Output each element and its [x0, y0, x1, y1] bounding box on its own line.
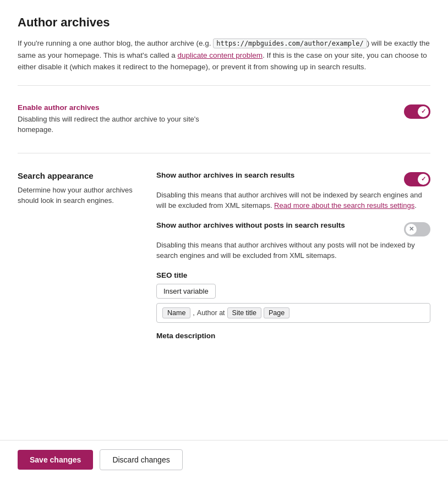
seo-tag-page: Page: [264, 307, 289, 318]
enable-archives-toggle[interactable]: ✓: [404, 104, 430, 119]
search-appearance-left: Search appearance Determine how your aut…: [18, 171, 139, 349]
seo-title-label: SEO title: [156, 271, 430, 279]
toggle-knob-search: ✓: [418, 174, 429, 185]
url-example: https://mpbguides.com/author/example/: [213, 38, 367, 48]
discard-changes-button[interactable]: Discard changes: [100, 449, 182, 470]
intro-text-before: If you're running a one author blog, the…: [18, 39, 213, 47]
search-appearance-desc: Determine how your author archives shoul…: [18, 185, 139, 206]
enable-label: Enable author archives: [18, 103, 205, 112]
search-appearance-section: Search appearance Determine how your aut…: [18, 166, 430, 354]
page-wrapper: Author archives If you're running a one …: [0, 0, 448, 479]
footer-bar: Save changes Discard changes: [0, 440, 448, 479]
seo-title-block: SEO title Insert variable Name , Author …: [156, 271, 430, 323]
seo-tag-site-title: Site title: [227, 307, 261, 318]
show-in-search-desc: Disabling this means that author archive…: [156, 190, 430, 211]
toggle-check-icon: ✓: [421, 108, 426, 115]
toggle-knob-enable: ✓: [418, 106, 429, 117]
meta-desc-block: Meta description: [156, 332, 430, 340]
content-area: Author archives If you're running a one …: [0, 0, 448, 365]
show-in-search-desc-after: .: [414, 201, 417, 210]
seo-separator-1: ,: [193, 309, 194, 317]
toggle-track-search[interactable]: ✓: [404, 172, 430, 186]
divider-1: [18, 85, 430, 86]
toggle-knob-no-posts: ✕: [406, 224, 417, 235]
enable-label-group: Enable author archives Disabling this wi…: [18, 103, 205, 135]
show-without-posts-row: Show author archives without posts in se…: [156, 221, 430, 236]
show-without-posts-label: Show author archives without posts in se…: [156, 221, 404, 229]
show-in-search-toggle[interactable]: ✓: [404, 172, 430, 186]
toggle-x-icon: ✕: [409, 225, 414, 233]
search-appearance-right: Show author archives in search results ✓…: [156, 171, 430, 349]
show-in-search-row: Show author archives in search results ✓: [156, 171, 430, 186]
toggle-check-search-icon: ✓: [421, 175, 426, 183]
divider-2: [18, 153, 430, 153]
search-results-settings-link[interactable]: Read more about the search results setti…: [274, 201, 414, 210]
show-without-posts-block: Show author archives without posts in se…: [156, 221, 430, 261]
intro-paragraph: If you're running a one author blog, the…: [18, 37, 430, 73]
insert-variable-button[interactable]: Insert variable: [156, 284, 216, 299]
show-without-posts-toggle[interactable]: ✕: [404, 222, 430, 236]
show-without-posts-desc: Disabling this means that author archive…: [156, 240, 430, 261]
meta-desc-label: Meta description: [156, 332, 430, 340]
seo-author-at-text: Author at: [197, 309, 225, 317]
save-changes-button[interactable]: Save changes: [18, 450, 93, 470]
search-appearance-title: Search appearance: [18, 171, 139, 180]
show-in-search-block: Show author archives in search results ✓…: [156, 171, 430, 211]
enable-author-archives-section: Enable author archives Disabling this wi…: [18, 98, 430, 141]
toggle-track-enable[interactable]: ✓: [404, 104, 430, 119]
duplicate-content-link[interactable]: duplicate content problem: [177, 51, 263, 59]
page-title: Author archives: [18, 15, 430, 30]
enable-description: Disabling this will redirect the author …: [18, 114, 205, 135]
show-in-search-label: Show author archives in search results: [156, 171, 404, 179]
seo-tag-name: Name: [162, 307, 190, 318]
seo-title-bar: Name , Author at Site title Page: [156, 303, 430, 323]
toggle-track-no-posts[interactable]: ✕: [404, 222, 430, 236]
